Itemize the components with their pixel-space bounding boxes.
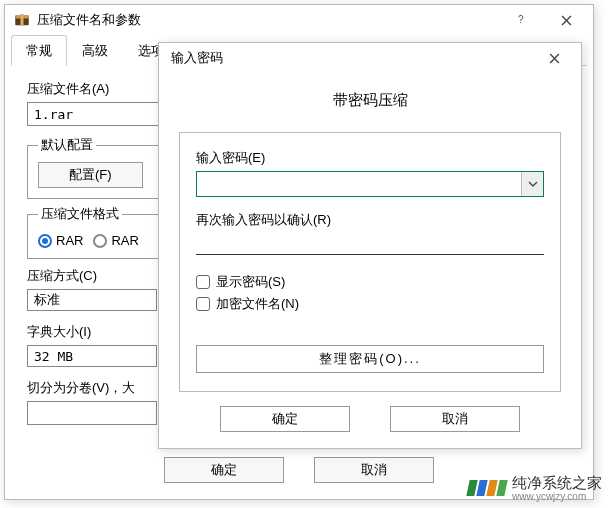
enter-password-label: 输入密码(E) — [196, 149, 544, 167]
method-select[interactable]: 标准 — [27, 289, 157, 311]
password-ok-button[interactable]: 确定 — [220, 406, 350, 432]
password-group: 输入密码(E) 再次输入密码以确认(R) 显示密码(S) 加密文件名(N) 整理… — [179, 132, 561, 392]
close-button-main[interactable] — [544, 6, 589, 34]
manage-passwords-button[interactable]: 整理密码(O)... — [196, 345, 544, 373]
password-heading: 带密码压缩 — [179, 85, 561, 132]
app-icon — [13, 11, 31, 29]
format-rar-label: RAR — [56, 233, 83, 248]
dict-value: 32 MB — [34, 349, 156, 364]
tab-general[interactable]: 常规 — [11, 35, 67, 66]
format-rar5-label: RAR — [111, 233, 138, 248]
main-ok-button[interactable]: 确定 — [164, 457, 284, 483]
confirm-password-label: 再次输入密码以确认(R) — [196, 211, 544, 229]
password-dialog: 输入密码 带密码压缩 输入密码(E) 再次输入密码以确认(R) 显示密码(S) — [158, 42, 582, 449]
format-rar-radio[interactable]: RAR — [38, 233, 83, 248]
dict-select[interactable]: 32 MB — [27, 345, 157, 367]
radio-unselected-icon — [93, 234, 107, 248]
show-password-label: 显示密码(S) — [216, 273, 285, 291]
password-title: 输入密码 — [171, 49, 532, 67]
checkbox-icon — [196, 297, 210, 311]
confirm-password-input[interactable] — [196, 233, 544, 255]
split-input[interactable] — [27, 401, 157, 425]
password-combo[interactable] — [196, 171, 544, 197]
svg-rect-2 — [21, 14, 24, 26]
help-button[interactable]: ? — [499, 6, 544, 34]
profile-legend: 默认配置 — [38, 136, 96, 154]
checkbox-icon — [196, 275, 210, 289]
chevron-down-icon[interactable] — [521, 172, 543, 196]
main-titlebar: 压缩文件名和参数 ? — [5, 5, 593, 35]
profile-button[interactable]: 配置(F) — [38, 162, 143, 188]
password-cancel-button[interactable]: 取消 — [390, 406, 520, 432]
method-value: 标准 — [34, 291, 156, 309]
encrypt-names-label: 加密文件名(N) — [216, 295, 299, 313]
main-cancel-button[interactable]: 取消 — [314, 457, 434, 483]
main-title: 压缩文件名和参数 — [37, 11, 499, 29]
password-body: 带密码压缩 输入密码(E) 再次输入密码以确认(R) 显示密码(S) 加密文件名… — [159, 73, 581, 448]
radio-selected-icon — [38, 234, 52, 248]
watermark: 纯净系统之家 www.ycwjzy.com — [468, 474, 602, 502]
format-legend: 压缩文件格式 — [38, 205, 122, 223]
svg-text:?: ? — [518, 14, 524, 25]
close-button-password[interactable] — [532, 44, 577, 72]
show-password-checkbox[interactable]: 显示密码(S) — [196, 273, 544, 291]
watermark-logo-icon — [468, 480, 506, 496]
password-value — [197, 172, 521, 196]
password-titlebar: 输入密码 — [159, 43, 581, 73]
tab-advanced[interactable]: 高级 — [67, 35, 123, 66]
encrypt-names-checkbox[interactable]: 加密文件名(N) — [196, 295, 544, 313]
format-rar5-radio[interactable]: RAR — [93, 233, 138, 248]
